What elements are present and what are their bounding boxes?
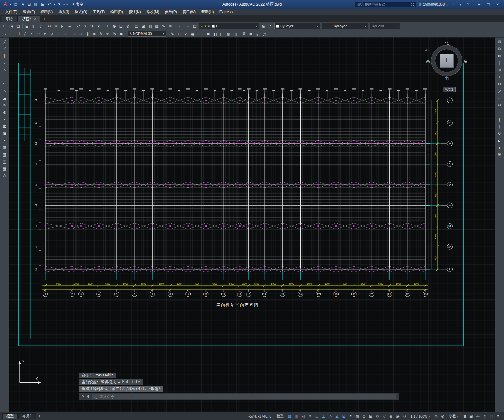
viewcube-south[interactable]: 南 bbox=[445, 75, 449, 81]
attach-image-icon[interactable]: ▧ bbox=[225, 30, 232, 37]
layer-control-dropdown[interactable]: ○ ☀ ⊘ 0 ▾ bbox=[199, 23, 259, 29]
save-icon[interactable]: ▤ bbox=[15, 23, 21, 29]
object-snap-tracking-icon[interactable]: ∡ bbox=[334, 413, 340, 420]
ortho-icon[interactable]: ∟ bbox=[313, 413, 320, 420]
graphics-performance-icon[interactable]: ↯ bbox=[481, 413, 488, 420]
designcenter-icon[interactable]: ⊞ bbox=[140, 23, 147, 29]
erase-icon[interactable]: ⊠ bbox=[496, 39, 503, 45]
angular-dimension-icon[interactable]: ∠ bbox=[28, 30, 35, 37]
tab-drawing[interactable]: 挤压* ✕ bbox=[17, 16, 40, 22]
viewcube-east[interactable]: 东 bbox=[463, 59, 467, 64]
redo-caret-icon[interactable]: ▾ bbox=[63, 1, 66, 7]
help-icon[interactable]: ? bbox=[176, 23, 183, 29]
lineweight-icon[interactable]: ≡ bbox=[347, 413, 354, 420]
insert-field-icon[interactable]: ⌗ bbox=[196, 30, 203, 37]
stretch-icon[interactable]: ↔ bbox=[496, 95, 503, 101]
text-style-dropdown[interactable]: A NORMAL30 ▾ bbox=[128, 31, 166, 37]
close-button[interactable]: ✕ bbox=[493, 1, 502, 8]
object-snap-icon[interactable]: ⊡ bbox=[340, 413, 347, 420]
arc-icon[interactable]: ◠ bbox=[1, 81, 8, 87]
tab-close-icon[interactable]: ✕ bbox=[33, 17, 36, 21]
linear-dimension-icon[interactable]: ⊣ bbox=[15, 30, 21, 37]
rotate-icon[interactable]: ↻ bbox=[496, 81, 503, 87]
dimension-edit-icon[interactable]: ✎ bbox=[98, 30, 104, 37]
zoom-window-icon[interactable]: ⊡ bbox=[118, 23, 124, 29]
infer-constraints-icon[interactable]: ◱ bbox=[300, 413, 307, 420]
redo-icon[interactable]: ↷ bbox=[89, 23, 95, 29]
object-snap-3d-icon[interactable]: ⊞ bbox=[367, 413, 374, 420]
external-reference-icon[interactable]: ◳ bbox=[218, 30, 225, 37]
cart-icon[interactable]: ⌗ bbox=[450, 1, 457, 7]
selection-cycling-icon[interactable]: ⊙ bbox=[361, 413, 367, 420]
copy-icon[interactable]: ⧉ bbox=[496, 46, 503, 52]
radius-dimension-icon[interactable]: ⌀ bbox=[42, 30, 48, 37]
block-editor-icon[interactable]: ▣ bbox=[205, 30, 212, 37]
plot-style-dropdown[interactable]: ByColor ▾ bbox=[370, 23, 400, 29]
ungroup-icon[interactable]: ⊠ bbox=[248, 30, 254, 37]
center-mark-icon[interactable]: ⊕ bbox=[78, 30, 84, 37]
tolerance-icon[interactable]: ⊞ bbox=[71, 30, 78, 37]
menubar-item[interactable]: 编辑(E) bbox=[20, 9, 38, 15]
account-button[interactable]: ☺ 15059991358... bbox=[418, 2, 448, 6]
zoom-previous-icon[interactable]: ⊙ bbox=[124, 23, 131, 29]
customization-icon[interactable]: ≡ bbox=[495, 413, 502, 420]
polyline-icon[interactable]: ≀ bbox=[1, 60, 8, 66]
ellipse-icon[interactable]: ⊜ bbox=[1, 109, 8, 115]
arc-length-icon[interactable]: ◠ bbox=[35, 30, 42, 37]
minimize-button[interactable]: ─ bbox=[475, 1, 484, 8]
dynamic-ucs-icon[interactable]: ↺ bbox=[374, 413, 381, 420]
chamfer-icon[interactable]: ◣ bbox=[496, 137, 503, 144]
send-to-back-icon[interactable]: ◴ bbox=[261, 30, 268, 37]
search-input[interactable] bbox=[357, 2, 409, 6]
units-button[interactable]: 小数 ▾ bbox=[447, 413, 460, 419]
paste-icon[interactable]: ◱ bbox=[59, 23, 66, 29]
app-logo[interactable]: A bbox=[2, 1, 9, 7]
mirror-icon[interactable]: ⋈ bbox=[496, 53, 503, 59]
undo-icon[interactable]: ↶ bbox=[75, 23, 82, 29]
plot-icon[interactable]: ⊟ bbox=[24, 23, 30, 29]
point-icon[interactable]: • bbox=[1, 137, 8, 144]
drawing-canvas[interactable]: 9000300060006000600060006000600060006000… bbox=[9, 37, 495, 412]
qsave-icon[interactable]: ▤ bbox=[26, 1, 32, 7]
color-control-dropdown[interactable]: ByLayer ▾ bbox=[274, 23, 320, 29]
menubar-item[interactable]: 参数(P) bbox=[162, 9, 180, 15]
polar-tracking-icon[interactable]: ∠ bbox=[320, 413, 327, 420]
scale-icon[interactable]: ◿ bbox=[496, 88, 503, 94]
find-replace-icon[interactable]: ⊙ bbox=[176, 30, 183, 37]
group-icon[interactable]: ⧉ bbox=[241, 30, 248, 37]
new-tab-button[interactable]: + bbox=[41, 16, 48, 22]
menubar-item[interactable]: 文件(F) bbox=[2, 9, 20, 15]
break-icon[interactable]: ∦ bbox=[496, 123, 503, 130]
copy-icon[interactable]: ⧉ bbox=[53, 23, 59, 29]
model-space-button[interactable]: 模型 bbox=[275, 413, 286, 419]
qnew-icon[interactable]: □ bbox=[12, 1, 19, 7]
qnew-icon[interactable]: □ bbox=[1, 23, 8, 29]
menubar-item[interactable]: 格式(O) bbox=[72, 9, 90, 15]
menubar-item[interactable]: 标注(N) bbox=[126, 9, 144, 15]
hatch-icon[interactable]: ▨ bbox=[1, 144, 8, 151]
quick-dimension-icon[interactable]: ⊢ bbox=[8, 30, 15, 37]
ellipse-arc-icon[interactable]: ◗ bbox=[1, 116, 8, 123]
view-cube[interactable]: ⌂ 北 西 上 东 南 bbox=[429, 40, 465, 81]
plot-icon[interactable]: ⊟ bbox=[39, 1, 46, 7]
menubar-item[interactable]: 窗口(W) bbox=[180, 9, 199, 15]
layer-previous-icon[interactable]: ↺ bbox=[267, 23, 273, 29]
array-icon[interactable]: ⊞ bbox=[496, 67, 503, 73]
command-input[interactable] bbox=[100, 395, 394, 399]
layer-states-icon[interactable]: ▤ bbox=[191, 23, 198, 29]
menubar-item[interactable]: 视图(V) bbox=[38, 9, 55, 15]
mtext-icon[interactable]: A bbox=[1, 172, 8, 179]
search-icon[interactable] bbox=[411, 3, 414, 6]
maximize-button[interactable]: ▢ bbox=[484, 1, 493, 8]
layout1-tab[interactable]: 布局1 bbox=[18, 413, 36, 419]
table-icon[interactable]: ▦ bbox=[1, 165, 8, 172]
dimension-text-edit-icon[interactable]: ✏ bbox=[104, 30, 111, 37]
undo-icon[interactable]: ↶ bbox=[46, 1, 53, 7]
dimension-space-icon[interactable]: ≡ bbox=[91, 30, 98, 37]
command-close-icon[interactable]: ✕ bbox=[82, 395, 85, 399]
fillet-icon[interactable]: ◕ bbox=[496, 144, 503, 151]
gizmo-icon[interactable]: ⊕ bbox=[388, 413, 394, 420]
menubar-item[interactable]: 绘图(D) bbox=[108, 9, 126, 15]
lock-ui-icon[interactable]: ▣ bbox=[468, 413, 475, 420]
viewcube-home-icon[interactable]: ⌂ bbox=[425, 47, 427, 51]
